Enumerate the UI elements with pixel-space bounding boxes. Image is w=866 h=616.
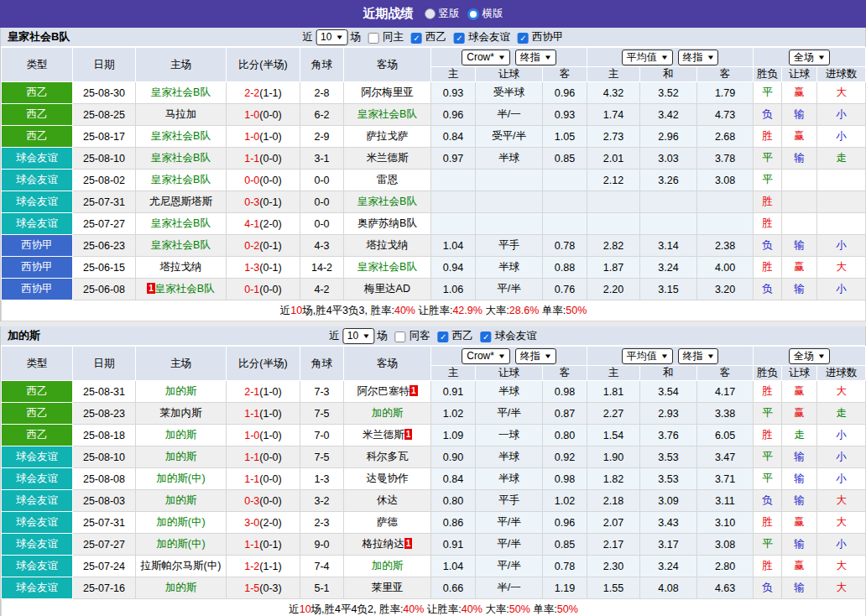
result-cell: 平 — [754, 403, 782, 425]
final-odds-select[interactable]: 终指▼ — [515, 50, 556, 65]
odds-source-select[interactable]: Crow*▼ — [462, 50, 510, 65]
match-count-select[interactable]: 10▼ — [342, 328, 374, 344]
home-team-cell[interactable]: 1皇家社会B队 — [136, 279, 227, 300]
half-time-score: (0-1) — [259, 262, 281, 274]
score-cell[interactable]: 0-2(0-1) — [227, 235, 300, 257]
home-team-cell[interactable]: 皇家社会B队 — [136, 148, 227, 170]
result-cell: 输 — [782, 490, 817, 512]
away-team-cell[interactable]: 达曼协作 — [344, 468, 431, 490]
score-cell[interactable]: 1-1(0-0) — [227, 148, 300, 170]
date-cell: 25-07-31 — [73, 191, 136, 213]
home-team-cell[interactable]: 皇家社会B队 — [136, 82, 227, 104]
final-odds-select[interactable]: 终指▼ — [678, 348, 719, 364]
home-team-cell[interactable]: 加的斯 — [136, 381, 227, 403]
home-team-cell[interactable]: 加的斯(中) — [136, 468, 227, 490]
horizontal-layout-radio[interactable] — [467, 8, 479, 20]
home-team-cell[interactable]: 皇家社会B队 — [136, 235, 227, 257]
match-count-select[interactable]: 10▼ — [316, 29, 347, 45]
away-team-cell[interactable]: 萨德 — [344, 512, 431, 534]
score-cell[interactable]: 0-3(0-1) — [227, 191, 300, 213]
header-group-2: 全场▼ — [754, 48, 866, 67]
score-cell[interactable]: 0-0(0-0) — [227, 170, 300, 191]
score-cell[interactable]: 1-1(1-0) — [227, 403, 300, 425]
score-cell[interactable]: 1-2(1-1) — [227, 556, 300, 577]
away-team-cell[interactable]: 休达 — [344, 490, 431, 512]
score-cell[interactable]: 1-1(0-1) — [227, 534, 300, 556]
score-cell[interactable]: 1-1(0-0) — [227, 468, 300, 490]
home-team-cell[interactable]: 加的斯(中) — [136, 534, 227, 556]
filter-checkbox-1[interactable]: ✓ — [411, 33, 422, 44]
score-cell[interactable]: 1-1(0-0) — [227, 446, 300, 468]
filter-checkbox-1[interactable]: ✓ — [438, 331, 449, 342]
handicap-odds-cell: 0.92 — [543, 446, 587, 468]
home-team-cell[interactable]: 拉斯帕尔马斯(中) — [136, 556, 227, 577]
full-match-select[interactable]: 全场▼ — [789, 50, 830, 65]
full-match-select[interactable]: 全场▼ — [789, 348, 830, 364]
score-cell[interactable]: 2-1(1-0) — [227, 381, 300, 403]
home-team-cell[interactable]: 加的斯 — [136, 425, 227, 446]
away-team-cell[interactable]: 梅里达AD — [344, 279, 431, 300]
away-team-cell[interactable]: 皇家社会B队 — [344, 191, 431, 213]
home-team-cell[interactable]: 尤尼恩斯塔斯 — [136, 191, 227, 213]
score-cell[interactable]: 1-0(1-0) — [227, 425, 300, 446]
filter-checkbox-0[interactable] — [395, 331, 406, 342]
home-team-cell[interactable]: 塔拉戈纳 — [136, 257, 227, 279]
score-cell[interactable]: 2-2(1-1) — [227, 82, 300, 104]
avg-odds-select[interactable]: 平均值▼ — [622, 348, 673, 364]
score-cell[interactable]: 3-0(2-0) — [227, 512, 300, 534]
away-team-cell[interactable]: 米兰德斯1 — [344, 425, 431, 446]
table-row: 西乙25-08-31加的斯2-1(1-0)7-3阿尔巴塞特10.91半球0.98… — [2, 381, 866, 403]
home-team-cell[interactable]: 莱加内斯 — [136, 403, 227, 425]
away-team-cell[interactable]: 米兰德斯 — [344, 148, 431, 170]
vertical-layout-radio[interactable] — [425, 8, 436, 19]
score-cell[interactable]: 1-3(0-1) — [227, 257, 300, 279]
filter-checkbox-3[interactable]: ✓ — [518, 33, 529, 44]
score-cell[interactable]: 1-0(1-0) — [227, 126, 300, 148]
away-team-cell[interactable]: 塔拉戈纳 — [344, 235, 431, 257]
away-team-cell[interactable]: 奥萨苏纳B队 — [344, 213, 431, 235]
score-cell[interactable]: 1-5(0-3) — [227, 577, 300, 599]
score-cell[interactable]: 0-3(0-0) — [227, 490, 300, 512]
away-team-cell[interactable]: 加的斯 — [344, 403, 431, 425]
away-team-cell[interactable]: 皇家社会B队 — [344, 104, 431, 126]
result-cell: 输 — [782, 279, 817, 300]
home-team-cell[interactable]: 皇家社会B队 — [136, 126, 227, 148]
handicap-odds-cell: 0.91 — [431, 534, 476, 556]
home-team-cell[interactable]: 加的斯 — [136, 490, 227, 512]
away-team-cell[interactable]: 加的斯 — [344, 556, 431, 577]
away-team-cell[interactable]: 皇家社会B队 — [344, 257, 431, 279]
filter-checkbox-2[interactable]: ✓ — [454, 33, 465, 44]
away-team-cell[interactable]: 莱里亚 — [344, 577, 431, 599]
home-team-cell[interactable]: 马拉加 — [136, 104, 227, 126]
away-team-cell[interactable]: 科尔多瓦 — [344, 446, 431, 468]
half-time-score: (1-0) — [259, 408, 281, 420]
odds-source-select[interactable]: Crow*▼ — [462, 348, 510, 364]
filter-checkbox-2[interactable]: ✓ — [481, 331, 492, 342]
away-team-cell[interactable]: 阿尔梅里亚 — [344, 82, 431, 104]
final-odds-select[interactable]: 终指▼ — [678, 50, 719, 65]
home-team-cell[interactable]: 皇家社会B队 — [136, 213, 227, 235]
home-team-cell[interactable]: 皇家社会B队 — [136, 170, 227, 191]
column-header: 角球 — [300, 48, 344, 82]
filter-checkbox-0[interactable] — [368, 33, 379, 44]
table-row: 西乙25-08-23莱加内斯1-1(1-0)7-5加的斯1.02平/半0.872… — [2, 403, 866, 425]
handicap-odds-cell — [543, 191, 587, 213]
away-team-cell[interactable]: 格拉纳达1 — [344, 534, 431, 556]
score-cell[interactable]: 4-1(2-0) — [227, 213, 300, 235]
corners-cell: 4-2 — [300, 279, 344, 300]
score-cell[interactable]: 1-0(0-0) — [227, 104, 300, 126]
avg-odds-select[interactable]: 平均值▼ — [622, 50, 673, 65]
away-team-cell[interactable]: 萨拉戈萨 — [344, 126, 431, 148]
column-header: 角球 — [300, 347, 344, 381]
average-odds-cell: 2.93 — [640, 403, 697, 425]
home-team-cell[interactable]: 加的斯 — [136, 577, 227, 599]
away-team-cell[interactable]: 雷恩 — [344, 170, 431, 191]
full-time-score: 0-3 — [244, 495, 259, 507]
score-cell[interactable]: 0-1(0-0) — [227, 279, 300, 300]
team-name: 加的斯 — [1, 328, 40, 343]
final-odds-select[interactable]: 终指▼ — [515, 348, 556, 364]
home-team-cell[interactable]: 加的斯(中) — [136, 512, 227, 534]
away-team-name: 格拉纳达 — [363, 538, 404, 550]
home-team-cell[interactable]: 加的斯 — [136, 446, 227, 468]
away-team-cell[interactable]: 阿尔巴塞特1 — [344, 381, 431, 403]
